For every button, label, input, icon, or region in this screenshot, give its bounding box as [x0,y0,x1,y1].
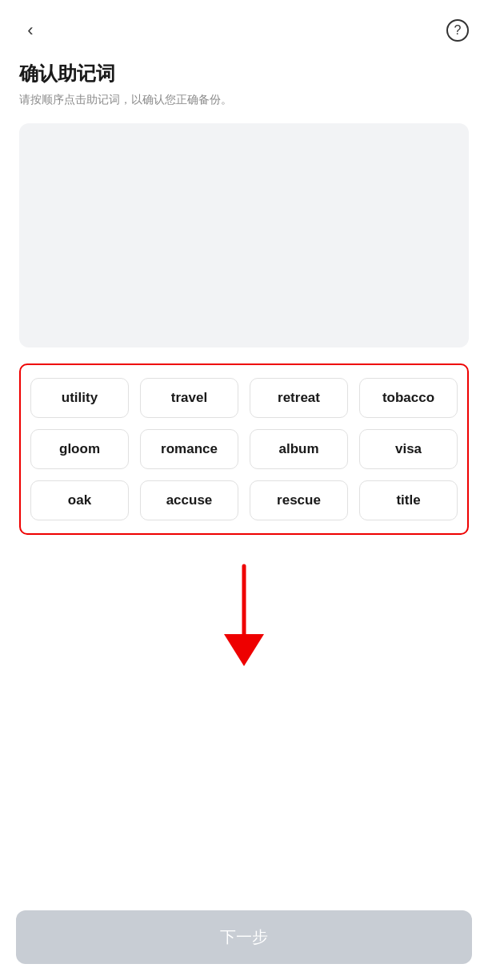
arrow-area [0,554,488,682]
next-button[interactable]: 下一步 [16,910,472,964]
word-chip[interactable]: tobacco [359,378,458,418]
back-button[interactable]: ‹ [16,16,45,45]
word-chip[interactable]: romance [140,429,238,469]
word-chip[interactable]: album [250,429,348,469]
back-icon: ‹ [27,20,33,41]
page-subtitle: 请按顺序点击助记词，以确认您正确备份。 [19,93,469,107]
word-chip[interactable]: rescue [250,480,348,520]
word-chip[interactable]: oak [30,480,129,520]
word-chip[interactable]: travel [140,378,238,418]
mnemonic-display-area [19,123,469,347]
page-content: 确认助记词 请按顺序点击助记词，以确认您正确备份。 utilitytravelr… [0,53,488,535]
down-arrow-icon [212,562,276,674]
svg-marker-1 [224,634,264,666]
word-chip[interactable]: utility [30,378,129,418]
word-chip[interactable]: title [359,480,458,520]
word-chip[interactable]: retreat [250,378,348,418]
page-title: 确认助记词 [19,61,469,86]
word-chip[interactable]: visa [359,429,458,469]
word-chip[interactable]: gloom [30,429,129,469]
word-grid-container: utilitytravelretreattobaccogloomromancea… [19,363,469,535]
word-grid: utilitytravelretreattobaccogloomromancea… [30,378,458,520]
help-button[interactable]: ? [443,16,472,45]
help-icon: ? [446,19,469,42]
header: ‹ ? [0,0,488,53]
next-button-container: 下一步 [0,910,488,980]
word-chip[interactable]: accuse [140,480,238,520]
